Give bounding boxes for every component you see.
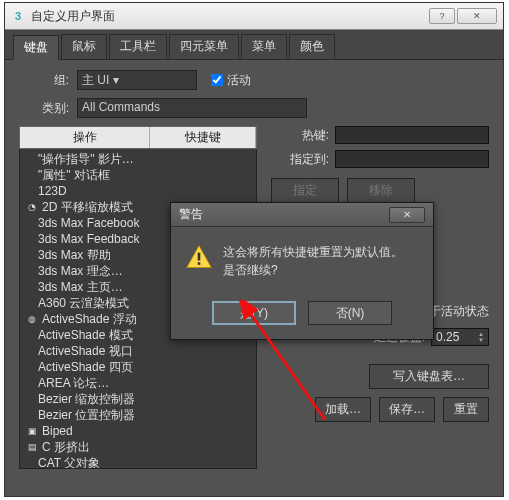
tab-bar: 键盘 鼠标 工具栏 四元菜单 菜单 颜色 <box>5 30 503 60</box>
window-title: 自定义用户界面 <box>31 8 427 25</box>
list-item[interactable]: ActiveShade 视口 <box>20 343 256 359</box>
item-label: 3ds Max Facebook <box>38 216 139 230</box>
help-button[interactable]: ? <box>429 8 455 24</box>
item-label: ActiveShade 模式 <box>38 327 133 344</box>
list-item[interactable]: ▣Biped <box>20 423 256 439</box>
hotkey-input[interactable] <box>335 126 489 144</box>
dialog-title: 警告 <box>179 206 389 223</box>
close-button[interactable]: ✕ <box>457 8 497 24</box>
item-label: "操作指导" 影片… <box>38 151 134 168</box>
item-label: Biped <box>42 424 73 438</box>
item-label: 3ds Max Feedback <box>38 232 139 246</box>
item-label: AREA 论坛… <box>38 375 109 392</box>
tab-toolbar[interactable]: 工具栏 <box>109 34 167 59</box>
list-header: 操作 快捷键 <box>19 126 257 149</box>
tab-quadmenu[interactable]: 四元菜单 <box>169 34 239 59</box>
dialog-titlebar: 警告 ✕ <box>171 203 433 227</box>
group-label: 组: <box>19 72 69 89</box>
warning-icon <box>185 243 213 271</box>
group-select[interactable]: 主 UI ▾ <box>77 70 197 90</box>
list-item[interactable]: AREA 论坛… <box>20 375 256 391</box>
item-label: CAT 父对象 <box>38 455 100 470</box>
save-button[interactable]: 保存… <box>379 397 435 422</box>
svg-rect-1 <box>198 253 201 261</box>
reset-button[interactable]: 重置 <box>443 397 489 422</box>
assign-button[interactable]: 指定 <box>271 178 339 203</box>
list-item[interactable]: ActiveShade 四页 <box>20 359 256 375</box>
item-label: 3ds Max 主页… <box>38 279 123 296</box>
remove-button[interactable]: 移除 <box>347 178 415 203</box>
item-icon: ▣ <box>26 425 38 437</box>
assignto-input[interactable] <box>335 150 489 168</box>
item-label: 3ds Max 帮助 <box>38 247 111 264</box>
col-shortcut[interactable]: 快捷键 <box>150 127 256 148</box>
warning-dialog: 警告 ✕ 这会将所有快捷键重置为默认值。 是否继续? 是(Y) 否(N) <box>170 202 434 340</box>
list-item[interactable]: "操作指导" 影片… <box>20 151 256 167</box>
svg-rect-2 <box>198 262 201 265</box>
category-label: 类别: <box>19 100 69 117</box>
tab-keyboard[interactable]: 键盘 <box>13 35 59 60</box>
item-label: 3ds Max 理念… <box>38 263 123 280</box>
active-checkbox-input[interactable] <box>211 74 223 86</box>
item-label: ActiveShade 视口 <box>38 343 133 360</box>
item-label: "属性" 对话框 <box>38 167 110 184</box>
load-button[interactable]: 加载… <box>315 397 371 422</box>
category-select[interactable]: All Commands <box>77 98 307 118</box>
item-icon: ◔ <box>26 201 38 213</box>
dialog-close-button[interactable]: ✕ <box>389 207 425 223</box>
item-label: 123D <box>38 184 67 198</box>
yes-button[interactable]: 是(Y) <box>212 301 296 325</box>
dialog-message: 这会将所有快捷键重置为默认值。 是否继续? <box>223 243 403 279</box>
list-item[interactable]: Bezier 位置控制器 <box>20 407 256 423</box>
tab-menu[interactable]: 菜单 <box>241 34 287 59</box>
active-checkbox[interactable]: 活动 <box>211 72 251 89</box>
list-item[interactable]: 123D <box>20 183 256 199</box>
tab-mouse[interactable]: 鼠标 <box>61 34 107 59</box>
item-label: Bezier 缩放控制器 <box>38 391 135 408</box>
assignto-label: 指定到: <box>271 151 329 168</box>
col-action[interactable]: 操作 <box>20 127 150 148</box>
tab-color[interactable]: 颜色 <box>289 34 335 59</box>
item-icon: ▤ <box>26 441 38 453</box>
list-item[interactable]: "属性" 对话框 <box>20 167 256 183</box>
item-label: C 形挤出 <box>42 439 90 456</box>
item-label: A360 云渲染模式 <box>38 295 129 312</box>
list-item[interactable]: CAT 父对象 <box>20 455 256 469</box>
write-keyboard-button[interactable]: 写入键盘表… <box>369 364 489 389</box>
item-label: ActiveShade 浮动 <box>42 311 137 328</box>
no-button[interactable]: 否(N) <box>308 301 392 325</box>
app-icon: 3 <box>11 9 25 23</box>
list-item[interactable]: ▤C 形挤出 <box>20 439 256 455</box>
list-item[interactable]: Bezier 缩放控制器 <box>20 391 256 407</box>
item-label: ActiveShade 四页 <box>38 359 133 376</box>
item-label: Bezier 位置控制器 <box>38 407 135 424</box>
item-label: 2D 平移缩放模式 <box>42 199 133 216</box>
hotkey-label: 热键: <box>271 127 329 144</box>
item-icon: ◍ <box>26 313 38 325</box>
titlebar: 3 自定义用户界面 ? ✕ <box>5 3 503 30</box>
delay-spinner[interactable]: 0.25 ▲▼ <box>431 328 489 346</box>
